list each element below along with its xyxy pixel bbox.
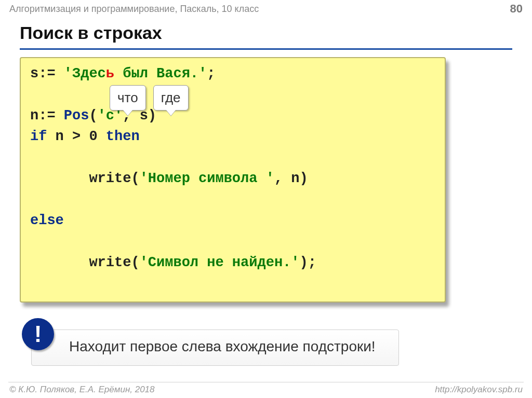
code-token: 'Номер символа ' [140,171,274,186]
code-line-4: write('Номер символа ', n) [30,147,435,211]
code-token: then [106,129,140,144]
label-where: где [153,85,189,111]
code-line-2: n:= Pos('с', s) [30,105,435,127]
code-token: Pos [64,108,89,123]
code-token: else [30,213,64,228]
code-line-5: else [30,210,435,231]
code-line-1: s:= 'Здесь был Вася.'; [30,63,435,85]
code-token: write( [64,255,140,270]
topic: Алгоритмизация и программирование, Паска… [9,4,259,15]
code-token: 'Здес [64,66,106,81]
code-token: был Вася.' [114,66,207,81]
code-token: ); [300,255,316,270]
code-token: ( [89,108,97,123]
note-wrap: ! Находит первое слева вхождение подстро… [31,330,512,366]
code-token: write( [64,171,140,186]
code-token: , n) [274,171,308,186]
code-token: n:= [30,108,64,123]
code-token: 'Символ не найден.' [140,255,300,270]
slide-header: Алгоритмизация и программирование, Паска… [0,0,532,17]
code-token: ; [207,66,215,81]
arg-labels: что где [110,85,189,111]
code-line-6: write('Символ не найден.'); [30,231,435,295]
code-token: ь [106,66,114,81]
code-token: if [30,129,47,144]
code-blank [30,85,435,105]
label-what: что [110,85,146,111]
code-token: n > 0 [47,129,105,144]
page-number: 80 [510,2,523,16]
title-rule [20,48,512,50]
copyright: © К.Ю. Поляков, Е.А. Ерёмин, 2018 [9,385,155,395]
footer: © К.Ю. Поляков, Е.А. Ерёмин, 2018 http:/… [0,382,532,398]
code-line-3: if n > 0 then [30,126,435,147]
title-wrap: Поиск в строках [0,17,532,50]
code-block: что где s:= 'Здесь был Вася.'; n:= Pos('… [20,57,446,303]
note-text: Находит первое слева вхождение подстроки… [31,330,399,366]
code-token: s:= [30,66,64,81]
info-badge-icon: ! [22,318,54,350]
site-link[interactable]: http://kpolyakov.spb.ru [435,385,523,395]
page-title: Поиск в строках [20,20,512,47]
